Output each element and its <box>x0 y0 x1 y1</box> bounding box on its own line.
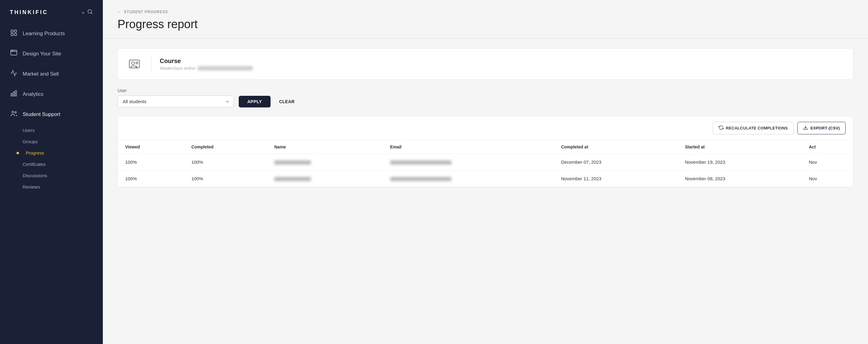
svg-line-1 <box>91 13 92 14</box>
email-blurred <box>390 160 452 165</box>
svg-rect-2 <box>11 30 13 32</box>
cell-viewed: 100% <box>118 154 184 170</box>
sidebar-item-label-learning-products: Learning Products <box>23 31 65 37</box>
course-divider <box>151 57 151 71</box>
subnav-label-reviews: Reviews <box>23 184 40 189</box>
export-label: EXPORT (CSV) <box>810 126 840 130</box>
course-subtitle-blurred <box>198 66 253 70</box>
breadcrumb: ← STUDENT PROGRESS <box>118 10 853 14</box>
cell-completed-at: November 11, 2023 <box>554 170 678 187</box>
svg-point-16 <box>132 62 134 65</box>
sidebar-item-learning-products[interactable]: Learning Products <box>0 24 103 44</box>
content-area: Course Masterclass online User All stude… <box>103 38 868 344</box>
course-info: Course Masterclass online <box>160 58 253 71</box>
export-icon <box>803 125 808 131</box>
main-content: ← STUDENT PROGRESS Progress report Cours… <box>103 0 868 344</box>
col-name: Name <box>267 140 382 154</box>
cell-started-at: November 19, 2023 <box>678 154 802 170</box>
course-icon <box>126 56 142 72</box>
learning-products-icon <box>10 29 18 38</box>
analytics-icon <box>10 90 18 99</box>
subnav-label-groups: Groups <box>23 139 38 144</box>
col-viewed: Viewed <box>118 140 184 154</box>
back-arrow-icon[interactable]: ← <box>118 10 122 14</box>
student-support-icon <box>10 110 18 119</box>
design-site-icon <box>10 49 18 58</box>
table-row: 100% 100% November 11, 2023 November 08,… <box>118 170 853 187</box>
subnav-label-users: Users <box>23 128 35 133</box>
subnav-label-discussions: Discussions <box>23 173 47 178</box>
sidebar-item-market-and-sell[interactable]: Market and Sell <box>0 64 103 84</box>
email-blurred <box>390 177 452 181</box>
sidebar-item-design-your-site[interactable]: Design Your Site <box>0 44 103 64</box>
table-header-row: Viewed Completed Name Email Completed at… <box>118 140 853 154</box>
name-blurred <box>274 177 311 181</box>
cell-completed-at: December 07, 2023 <box>554 154 678 170</box>
sidebar-item-analytics[interactable]: Analytics <box>0 84 103 104</box>
svg-point-14 <box>15 112 17 113</box>
name-blurred <box>274 160 311 165</box>
course-type-label: Course <box>160 58 253 65</box>
svg-point-13 <box>12 111 14 113</box>
student-support-subnav: Users Groups Progress Certificates Discu… <box>0 125 103 195</box>
active-dot <box>17 152 19 154</box>
col-completed: Completed <box>184 140 267 154</box>
cell-email <box>383 170 554 187</box>
user-filter-label: User <box>118 88 234 93</box>
sidebar: THINKIFIC ⚬ Learning Products Design You… <box>0 0 103 344</box>
table-row: 100% 100% December 07, 2023 November 19,… <box>118 154 853 170</box>
cell-name <box>267 170 382 187</box>
subnav-item-certificates[interactable]: Certificates <box>0 159 103 170</box>
user-filter-select[interactable]: All students <box>118 95 234 107</box>
progress-table: Viewed Completed Name Email Completed at… <box>118 140 853 187</box>
cell-started-at: November 08, 2023 <box>678 170 802 187</box>
col-act: Act <box>802 140 853 154</box>
sidebar-item-label-analytics: Analytics <box>23 91 43 97</box>
recalc-icon <box>719 125 723 131</box>
cell-viewed: 100% <box>118 170 184 187</box>
cell-name <box>267 154 382 170</box>
subnav-item-progress[interactable]: Progress <box>0 147 103 159</box>
subnav-item-reviews[interactable]: Reviews <box>0 181 103 192</box>
market-sell-icon <box>10 69 18 79</box>
cell-email <box>383 154 554 170</box>
page-title: Progress report <box>118 18 853 38</box>
sidebar-item-label-student-support: Student Support <box>23 112 60 118</box>
recalculate-completions-button[interactable]: RECALCULATE COMPLETIONS <box>713 122 794 134</box>
export-csv-button[interactable]: EXPORT (CSV) <box>797 122 846 134</box>
svg-rect-5 <box>14 33 17 35</box>
subnav-item-discussions[interactable]: Discussions <box>0 170 103 181</box>
cell-act: Nov <box>802 154 853 170</box>
cell-completed: 100% <box>184 170 267 187</box>
sidebar-logo-area: THINKIFIC ⚬ <box>0 0 103 24</box>
sidebar-item-student-support[interactable]: Student Support <box>0 104 103 125</box>
subnav-item-users[interactable]: Users <box>0 125 103 136</box>
subnav-item-groups[interactable]: Groups <box>0 136 103 147</box>
col-email: Email <box>383 140 554 154</box>
course-card: Course Masterclass online <box>118 49 853 80</box>
svg-rect-10 <box>11 93 12 96</box>
svg-point-17 <box>136 62 138 64</box>
search-icon[interactable]: ⚬ <box>81 8 93 16</box>
clear-button[interactable]: CLEAR <box>275 96 299 107</box>
user-filter-group: User All students <box>118 88 234 107</box>
subnav-label-progress: Progress <box>26 150 44 155</box>
sidebar-item-label-design-your-site: Design Your Site <box>23 51 61 57</box>
course-subtitle: Masterclass online <box>160 66 253 71</box>
svg-rect-12 <box>15 91 17 96</box>
cell-completed: 100% <box>184 154 267 170</box>
col-completed-at: Completed at <box>554 140 678 154</box>
subnav-label-certificates: Certificates <box>23 162 45 167</box>
filter-row: User All students APPLY CLEAR <box>118 88 853 107</box>
col-started-at: Started at <box>678 140 802 154</box>
cell-act: Nov <box>802 170 853 187</box>
apply-button[interactable]: APPLY <box>239 96 271 107</box>
svg-rect-4 <box>11 33 13 35</box>
logo-text: THINKIFIC <box>10 9 48 15</box>
table-toolbar: RECALCULATE COMPLETIONS EXPORT (CSV) <box>118 116 853 140</box>
table-section: RECALCULATE COMPLETIONS EXPORT (CSV) Vie… <box>118 116 853 187</box>
svg-point-0 <box>88 9 92 13</box>
sidebar-item-label-market-and-sell: Market and Sell <box>23 71 59 77</box>
svg-rect-3 <box>14 30 17 32</box>
page-header: ← STUDENT PROGRESS Progress report <box>103 0 868 38</box>
